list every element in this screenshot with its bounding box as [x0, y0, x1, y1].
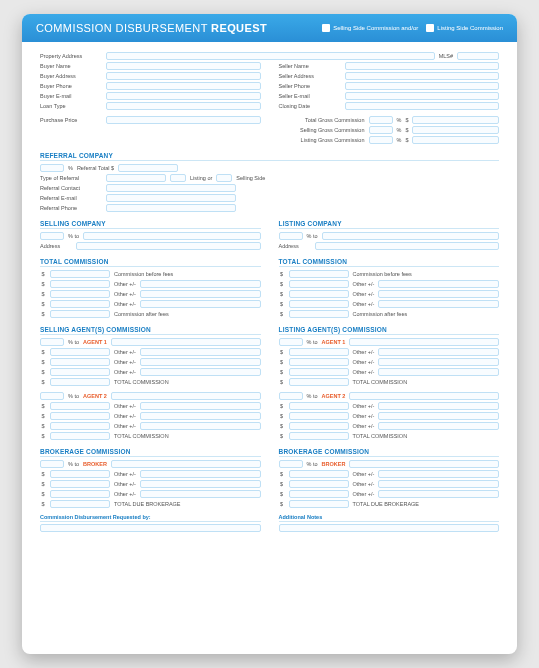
la1-o1[interactable] — [289, 348, 349, 356]
br-o1d[interactable] — [378, 470, 499, 478]
la1-o1d[interactable] — [378, 348, 499, 356]
sa1-o2d[interactable] — [140, 358, 261, 366]
referral-total-input[interactable] — [118, 164, 178, 172]
property-address-input[interactable] — [106, 52, 435, 60]
br-name[interactable] — [349, 460, 499, 468]
la1-pct[interactable] — [279, 338, 303, 346]
sa2-o3d[interactable] — [140, 422, 261, 430]
seller-phone-input[interactable] — [345, 82, 500, 90]
selling-co-addr[interactable] — [76, 242, 261, 250]
total-gross-amt[interactable] — [412, 116, 499, 124]
sa1-o2[interactable] — [50, 358, 110, 366]
br-o3d[interactable] — [378, 490, 499, 498]
la1-o2d[interactable] — [378, 358, 499, 366]
tc-o3d-l[interactable] — [140, 300, 261, 308]
la2-tot[interactable] — [289, 432, 349, 440]
buyer-email-input[interactable] — [106, 92, 261, 100]
bl-name[interactable] — [111, 460, 261, 468]
la1-o2[interactable] — [289, 358, 349, 366]
selling-co-pct[interactable] — [40, 232, 64, 240]
listing-co-name[interactable] — [322, 232, 499, 240]
listing-gross-pct[interactable] — [369, 136, 393, 144]
buyer-name-input[interactable] — [106, 62, 261, 70]
listing-gross-amt[interactable] — [412, 136, 499, 144]
requested-by-input[interactable] — [40, 524, 261, 532]
selling-gross-pct[interactable] — [369, 126, 393, 134]
sa2-o3[interactable] — [50, 422, 110, 430]
tc-o1-l[interactable] — [50, 280, 110, 288]
br-pct[interactable] — [279, 460, 303, 468]
seller-name-input[interactable] — [345, 62, 500, 70]
tc-o2-r[interactable] — [289, 290, 349, 298]
notes-input[interactable] — [279, 524, 500, 532]
seller-email-input[interactable] — [345, 92, 500, 100]
listing-co-pct[interactable] — [279, 232, 303, 240]
bl-o2d[interactable] — [140, 480, 261, 488]
bl-tot[interactable] — [50, 500, 110, 508]
tc-o2d-l[interactable] — [140, 290, 261, 298]
sa2-pct[interactable] — [40, 392, 64, 400]
mls-input[interactable] — [457, 52, 499, 60]
sa1-o3d[interactable] — [140, 368, 261, 376]
sa1-pct[interactable] — [40, 338, 64, 346]
loan-type-input[interactable] — [106, 102, 261, 110]
referral-listing-check[interactable] — [170, 174, 186, 182]
sa2-tot[interactable] — [50, 432, 110, 440]
buyer-address-input[interactable] — [106, 72, 261, 80]
tc-o1-r[interactable] — [289, 280, 349, 288]
br-o1[interactable] — [289, 470, 349, 478]
bl-o2[interactable] — [50, 480, 110, 488]
check-listing-side[interactable]: Listing Side Commission — [426, 24, 503, 32]
la2-o1d[interactable] — [378, 402, 499, 410]
total-gross-pct[interactable] — [369, 116, 393, 124]
sa2-o2[interactable] — [50, 412, 110, 420]
br-o2[interactable] — [289, 480, 349, 488]
br-o3[interactable] — [289, 490, 349, 498]
la2-pct[interactable] — [279, 392, 303, 400]
sa2-o1[interactable] — [50, 402, 110, 410]
bl-pct[interactable] — [40, 460, 64, 468]
la1-tot[interactable] — [289, 378, 349, 386]
selling-co-name[interactable] — [83, 232, 260, 240]
sa1-o1d[interactable] — [140, 348, 261, 356]
bl-o3d[interactable] — [140, 490, 261, 498]
sa1-name[interactable] — [111, 338, 261, 346]
la1-o3[interactable] — [289, 368, 349, 376]
br-tot[interactable] — [289, 500, 349, 508]
referral-selling-check[interactable] — [216, 174, 232, 182]
sa2-o1d[interactable] — [140, 402, 261, 410]
buyer-phone-input[interactable] — [106, 82, 261, 90]
tc-before-l[interactable] — [50, 270, 110, 278]
referral-phone-input[interactable] — [106, 204, 236, 212]
seller-address-input[interactable] — [345, 72, 500, 80]
bl-o1[interactable] — [50, 470, 110, 478]
sa2-o2d[interactable] — [140, 412, 261, 420]
la2-o2d[interactable] — [378, 412, 499, 420]
tc-after-l[interactable] — [50, 310, 110, 318]
la2-o1[interactable] — [289, 402, 349, 410]
referral-pct-input[interactable] — [40, 164, 64, 172]
tc-o2d-r[interactable] — [378, 290, 499, 298]
bl-o3[interactable] — [50, 490, 110, 498]
tc-after-r[interactable] — [289, 310, 349, 318]
la2-o3d[interactable] — [378, 422, 499, 430]
la2-name[interactable] — [349, 392, 499, 400]
tc-o3-l[interactable] — [50, 300, 110, 308]
sa1-tot[interactable] — [50, 378, 110, 386]
sa1-o3[interactable] — [50, 368, 110, 376]
tc-before-r[interactable] — [289, 270, 349, 278]
br-o2d[interactable] — [378, 480, 499, 488]
purchase-price-input[interactable] — [106, 116, 261, 124]
referral-contact-input[interactable] — [106, 184, 236, 192]
listing-co-addr[interactable] — [315, 242, 500, 250]
referral-email-input[interactable] — [106, 194, 236, 202]
la1-o3d[interactable] — [378, 368, 499, 376]
tc-o1d-r[interactable] — [378, 280, 499, 288]
sa2-name[interactable] — [111, 392, 261, 400]
tc-o2-l[interactable] — [50, 290, 110, 298]
check-selling-side[interactable]: Selling Side Commission and/or — [322, 24, 418, 32]
selling-gross-amt[interactable] — [412, 126, 499, 134]
la2-o2[interactable] — [289, 412, 349, 420]
la2-o3[interactable] — [289, 422, 349, 430]
tc-o1d-l[interactable] — [140, 280, 261, 288]
